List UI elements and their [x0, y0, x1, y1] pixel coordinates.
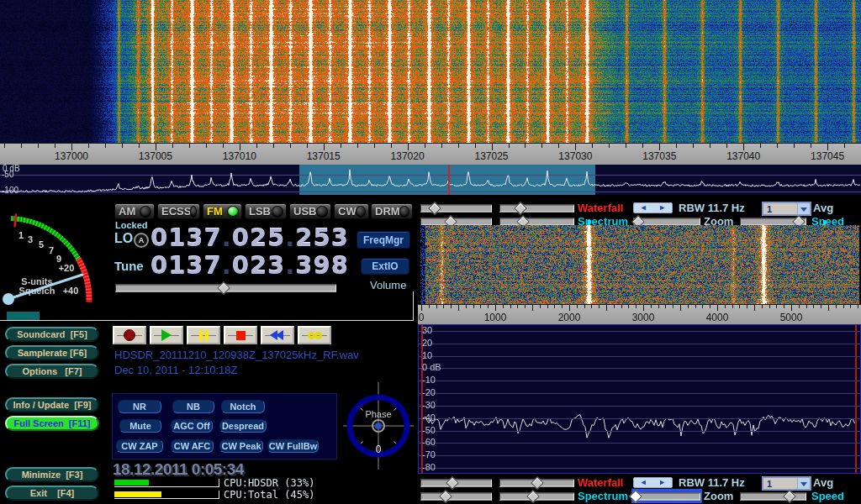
lo-frequency-display[interactable]: 0137.025.253 — [151, 223, 349, 252]
ruler-tick — [425, 144, 425, 148]
af-gridline — [419, 344, 860, 344]
playback-file-name: HDSDR_20111210_120938Z_137025kHz_RF.wav — [114, 349, 359, 361]
avg-dropdown[interactable]: 1 — [762, 476, 811, 491]
lo-auto-badge[interactable]: A — [134, 233, 149, 248]
tune-label: Tune — [114, 259, 144, 273]
waterfall-contrast-slider[interactable] — [499, 477, 574, 488]
ruler-tick — [532, 305, 533, 311]
extio-button[interactable]: ExtIO — [361, 258, 409, 275]
af-spectrum-controls: Waterfall ◄ ► RBW 11.7 Hz 1 Avg Spectrum… — [418, 476, 861, 503]
waterfall-brightness-slider[interactable] — [420, 477, 492, 488]
play-button[interactable] — [150, 326, 183, 344]
mode-label: AM — [119, 205, 135, 218]
ruler-tick — [760, 144, 761, 148]
mode-label: USB — [293, 205, 316, 218]
scroll-right-icon[interactable]: ► — [658, 204, 666, 212]
mode-button-fm[interactable]: FM — [203, 203, 242, 219]
options-button[interactable]: Options [F7] — [5, 364, 99, 379]
squelch-marker[interactable] — [15, 213, 17, 227]
ruler-tick — [451, 305, 452, 308]
freqmgr-button[interactable]: FreqMgr — [357, 231, 410, 249]
smeter-tick-label: 1 — [18, 230, 24, 240]
waterfall-scrollbar[interactable]: ◄ ► — [633, 477, 673, 488]
spectrum-ref-slider[interactable] — [420, 491, 492, 501]
exit-button[interactable]: Exit [F4] — [5, 486, 99, 501]
rf-frequency-ruler[interactable]: 1370001370051370101370151370201370251370… — [0, 143, 861, 165]
ruler-label: 5000 — [780, 312, 803, 323]
loop-button[interactable] — [298, 326, 331, 344]
rf-spectrum-display[interactable]: 0 dB -50 -100 — [0, 165, 861, 195]
scroll-left-icon[interactable]: ◄ — [640, 204, 647, 212]
cw-afc-button[interactable]: CW AFC — [171, 439, 214, 453]
cw-peak-button[interactable]: CW Peak — [219, 439, 263, 453]
agc-button[interactable]: AGC Off — [171, 419, 213, 433]
squelch-level-bar[interactable] — [7, 312, 40, 320]
ruler-label: 137020 — [391, 150, 425, 162]
ruler-tick — [777, 144, 778, 148]
zoom-slider[interactable] — [633, 491, 700, 501]
samplerate-button[interactable]: Samplerate [F6] — [5, 345, 99, 360]
mode-button-am[interactable]: AM — [114, 203, 155, 219]
waterfall-brightness-slider[interactable] — [420, 202, 492, 213]
af-spectrum-display[interactable]: 3020100 dB-10-20-30-40-50-60-70-80 — [418, 324, 861, 474]
ruler-label: 0 — [419, 312, 425, 323]
mute-button[interactable]: Mute — [119, 419, 161, 433]
mode-button-usb[interactable]: USB — [289, 203, 331, 219]
ruler-tick — [240, 144, 240, 150]
smeter-tick-label: 3 — [28, 234, 33, 244]
cw-fullbw-button[interactable]: CW FullBw — [267, 439, 319, 453]
af-db-label: 10 — [422, 350, 432, 360]
waterfall-label[interactable]: Waterfall — [578, 202, 623, 214]
af-db-label: -30 — [422, 400, 436, 410]
af-waterfall-display[interactable] — [420, 225, 859, 304]
spectrum-label[interactable]: Spectrum — [578, 490, 628, 502]
mode-button-lsb[interactable]: LSB — [245, 203, 287, 219]
ruler-tick — [290, 144, 291, 148]
ruler-label: 137005 — [139, 150, 172, 162]
rf-waterfall-display[interactable] — [0, 0, 861, 143]
af-gridline — [419, 356, 860, 357]
ruler-tick — [695, 305, 696, 308]
ruler-tick — [503, 305, 504, 308]
cw-zap-button[interactable]: CW ZAP — [116, 439, 163, 453]
ruler-tick — [189, 144, 190, 148]
mode-led-icon — [272, 207, 283, 217]
fullscreen-button[interactable]: Full Screen [F11] — [5, 416, 99, 431]
waterfall-label[interactable]: Waterfall — [578, 476, 623, 489]
scroll-right-icon[interactable]: ► — [658, 479, 666, 486]
mode-button-ecss[interactable]: ECSS — [157, 203, 200, 219]
minimize-button[interactable]: Minimize [F3] — [5, 467, 99, 482]
mode-button-drm[interactable]: DRM — [371, 203, 413, 219]
tune-frequency-display[interactable]: 0137.023.398 — [151, 251, 349, 280]
notch-button[interactable]: Notch — [221, 400, 265, 413]
ruler-tick — [223, 144, 224, 148]
mode-led-icon — [191, 207, 196, 217]
ruler-tick — [4, 144, 5, 148]
filter-edge-marker[interactable] — [855, 325, 857, 473]
mode-label: LSB — [249, 205, 271, 218]
dropdown-chevron-icon[interactable] — [797, 203, 810, 214]
dropdown-chevron-icon[interactable] — [797, 478, 810, 489]
ruler-tick — [606, 305, 607, 311]
scroll-left-icon[interactable]: ◄ — [640, 479, 647, 486]
stop-button[interactable] — [224, 326, 257, 344]
info-update-button[interactable]: Info / Update [F9] — [5, 397, 99, 412]
spectrum-range-slider[interactable] — [499, 491, 574, 501]
soundcard-button[interactable]: Soundcard [F5] — [5, 327, 99, 342]
rewind-button[interactable] — [261, 326, 294, 344]
af-frequency-ruler[interactable]: 010002000300040005000 — [418, 304, 861, 325]
record-button[interactable] — [113, 326, 146, 344]
pause-button[interactable] — [187, 326, 220, 344]
waterfall-contrast-slider[interactable] — [499, 202, 574, 213]
mode-button-cw[interactable]: CW — [334, 203, 369, 219]
avg-dropdown[interactable]: 1 — [762, 202, 811, 216]
ruler-tick — [441, 144, 442, 148]
ruler-tick — [850, 305, 851, 308]
despread-button[interactable]: Despread — [219, 419, 267, 433]
ruler-label: 1000 — [484, 312, 507, 323]
waterfall-scrollbar[interactable]: ◄ ► — [633, 202, 673, 213]
volume-slider[interactable] — [115, 282, 336, 293]
speed-slider[interactable] — [740, 491, 806, 501]
nr-button[interactable]: NR — [118, 400, 161, 413]
nb-button[interactable]: NB — [172, 400, 214, 413]
